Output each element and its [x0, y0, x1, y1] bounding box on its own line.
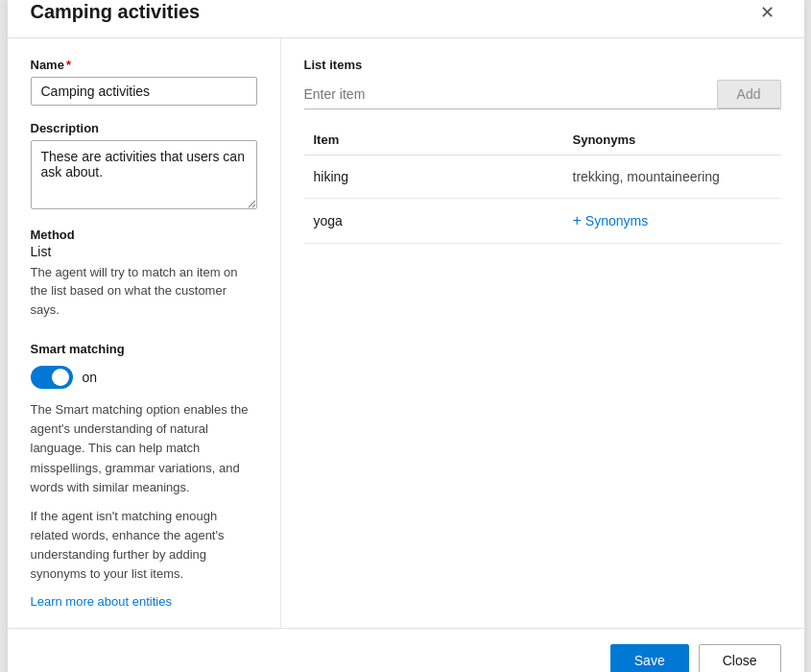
- method-description: The agent will try to match an item on t…: [31, 263, 257, 320]
- table-row: hiking trekking, mountaineering: [304, 156, 781, 199]
- description-field-group: Description: [31, 121, 257, 212]
- right-panel: List items Add Item Synonyms hiking trek…: [281, 38, 804, 629]
- left-panel: Name* Description Method List The agent …: [8, 38, 281, 629]
- smart-matching-section: Smart matching on The Smart matching opt…: [31, 342, 257, 609]
- required-indicator: *: [66, 58, 71, 72]
- synonyms-cell: trekking, mountaineering: [573, 169, 781, 184]
- column-header-synonyms: Synonyms: [573, 132, 781, 147]
- plus-icon: +: [573, 212, 582, 229]
- name-field-group: Name*: [31, 58, 257, 106]
- item-cell: yoga: [304, 213, 573, 228]
- toggle-row: on: [31, 366, 257, 389]
- dialog-body: Name* Description Method List The agent …: [8, 38, 804, 629]
- dialog-title: Camping activities: [31, 1, 201, 23]
- close-button[interactable]: Close: [699, 644, 781, 672]
- item-cell: hiking: [304, 169, 573, 184]
- add-item-row: Add: [304, 80, 781, 109]
- synonyms-cell: + Synonyms: [573, 212, 781, 229]
- description-textarea[interactable]: [31, 140, 257, 209]
- toggle-label: on: [83, 370, 98, 385]
- description-label: Description: [31, 121, 257, 135]
- learn-more-link[interactable]: Learn more about entities: [31, 594, 172, 609]
- add-item-button[interactable]: Add: [717, 80, 781, 108]
- dialog-footer: Save Close: [8, 628, 804, 672]
- enter-item-input[interactable]: [304, 81, 717, 108]
- column-header-item: Item: [304, 132, 573, 147]
- list-items-header: List items: [304, 58, 781, 72]
- table-row: yoga + Synonyms: [304, 199, 781, 244]
- smart-matching-toggle[interactable]: [31, 366, 73, 389]
- name-label: Name*: [31, 58, 257, 72]
- method-section: Method List The agent will try to match …: [31, 228, 257, 320]
- add-synonyms-label: Synonyms: [585, 213, 648, 228]
- method-value: List: [31, 244, 257, 259]
- add-synonyms-button[interactable]: + Synonyms: [573, 212, 649, 229]
- dialog-header: Camping activities ✕: [8, 0, 804, 38]
- smart-matching-title: Smart matching: [31, 342, 257, 356]
- smart-matching-description-2: If the agent isn't matching enough relat…: [31, 507, 257, 585]
- name-input[interactable]: [31, 77, 257, 106]
- save-button[interactable]: Save: [610, 644, 689, 672]
- table-header: Item Synonyms: [304, 125, 781, 156]
- dialog-close-button[interactable]: ✕: [754, 0, 781, 26]
- method-label: Method: [31, 228, 257, 242]
- toggle-knob: [52, 369, 69, 386]
- smart-matching-description-1: The Smart matching option enables the ag…: [31, 400, 257, 497]
- dialog: Camping activities ✕ Name* Description M…: [8, 0, 804, 672]
